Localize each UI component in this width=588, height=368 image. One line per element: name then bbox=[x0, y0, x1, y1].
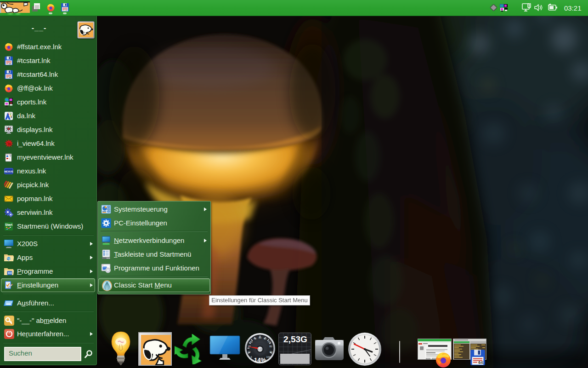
svg-text:Start: Start bbox=[5, 223, 13, 226]
svg-text:10: 10 bbox=[248, 351, 250, 353]
svg-text:90: 90 bbox=[270, 351, 272, 353]
svg-text:20: 20 bbox=[248, 345, 250, 348]
svg-text:100: 100 bbox=[266, 356, 270, 358]
svg-text:60: 60 bbox=[264, 337, 266, 340]
svg-text:NEXUS: NEXUS bbox=[5, 170, 13, 173]
svg-text:30: 30 bbox=[249, 340, 252, 343]
svg-text:70: 70 bbox=[267, 340, 270, 343]
svg-text:40: 40 bbox=[254, 337, 256, 340]
svg-text:50: 50 bbox=[259, 336, 261, 339]
svg-text:?: ? bbox=[9, 155, 11, 158]
svg-text:2,53G: 2,53G bbox=[283, 334, 307, 344]
svg-text:80: 80 bbox=[269, 345, 272, 348]
svg-text:64:: 64: bbox=[478, 360, 484, 365]
svg-text:0: 0 bbox=[250, 356, 252, 358]
svg-text:14%: 14% bbox=[254, 356, 266, 363]
